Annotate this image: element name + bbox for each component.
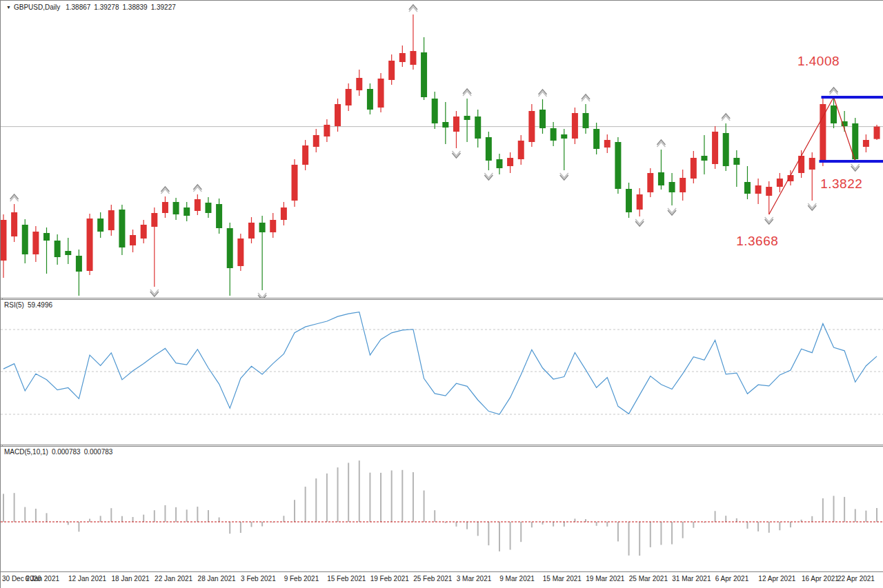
symbol-period-label: GBPUSD,Daily — [14, 3, 60, 11]
bull-candle — [378, 79, 384, 108]
macd-histogram-bar — [391, 470, 393, 522]
bull-candle — [637, 194, 643, 210]
macd-histogram-bar — [531, 522, 533, 527]
bull-candle — [237, 239, 244, 266]
bear-candle — [173, 202, 179, 214]
bull-candle — [679, 178, 686, 192]
macd-histogram-bar — [650, 522, 651, 547]
bear-candle — [593, 129, 599, 149]
macd-histogram-bar — [175, 507, 177, 522]
macd-histogram-bar — [564, 522, 565, 527]
bull-candle — [313, 135, 319, 147]
axis-date-label: 15 Feb 2021 — [327, 575, 366, 582]
macd-histogram-bar — [283, 516, 284, 522]
macd-panel: MACD(5,10,1)0.0007830.000783 — [1, 447, 883, 571]
axis-date-label: 28 Jan 2021 — [198, 575, 236, 582]
macd-histogram-bar — [46, 513, 48, 522]
price-chart-canvas[interactable] — [1, 1, 883, 298]
panel-separator[interactable] — [1, 298, 883, 298]
bull-candle — [141, 225, 147, 239]
macd-histogram-bar — [380, 473, 381, 522]
bull-candle — [335, 104, 341, 126]
macd-histogram-bar — [434, 510, 435, 522]
bear-candle — [119, 210, 125, 247]
resistance-price-label: 1.4008 — [797, 54, 840, 69]
macd-histogram-bar — [401, 470, 403, 522]
rsi-chart-canvas[interactable] — [1, 300, 883, 445]
macd-histogram-bar — [876, 508, 877, 522]
macd-histogram-bar — [89, 519, 90, 522]
bull-candle — [32, 232, 39, 254]
macd-histogram-bar — [606, 522, 608, 527]
bear-candle — [744, 182, 751, 194]
bull-candle — [572, 113, 578, 139]
bull-candle — [410, 51, 416, 65]
macd-histogram-bar — [682, 522, 684, 538]
bear-candle — [626, 189, 632, 212]
macd-histogram-bar — [811, 516, 813, 522]
macd-histogram-bar — [35, 509, 37, 522]
bear-candle — [831, 105, 837, 123]
macd-histogram-bar — [553, 522, 554, 527]
bear-candle — [464, 116, 470, 120]
macd-histogram-bar — [639, 522, 640, 556]
rsi-value: 59.4996 — [28, 301, 52, 309]
bear-candle — [205, 203, 211, 213]
bull-candle — [346, 89, 352, 105]
bear-candle — [227, 228, 233, 268]
symbol-dropdown-icon[interactable]: ▼ — [6, 5, 11, 10]
macd-histogram-bar — [693, 522, 694, 528]
bull-candle — [798, 156, 804, 173]
bull-candle — [162, 202, 168, 213]
macd-histogram-bar — [736, 518, 737, 522]
macd-histogram-bar — [865, 511, 866, 522]
bear-candle — [486, 137, 492, 161]
axis-date-label: 6 Jan 2021 — [26, 575, 60, 582]
bull-candle — [324, 125, 330, 136]
macd-histogram-bar — [671, 522, 673, 545]
axis-date-label: 18 Jan 2021 — [112, 575, 150, 582]
price-chart-panel: ▼GBPUSD,Daily1.388671.392781.388391.3922… — [1, 1, 883, 298]
macd-histogram-bar — [359, 460, 360, 522]
bull-candle — [528, 111, 535, 142]
macd-histogram-bar — [628, 522, 630, 556]
bull-candle — [777, 179, 783, 187]
macd-histogram-bar — [110, 508, 112, 522]
macd-histogram-bar — [240, 522, 241, 533]
macd-histogram-bar — [186, 509, 188, 522]
macd-histogram-bar — [3, 494, 4, 522]
axis-date-label: 22 Jan 2021 — [155, 575, 192, 582]
macd-histogram-bar — [229, 522, 230, 534]
axis-date-label: 3 Mar 2021 — [457, 575, 492, 582]
macd-histogram-bar — [78, 522, 79, 531]
bull-candle — [248, 223, 255, 239]
bull-candle — [399, 53, 406, 62]
axis-date-label: 19 Mar 2021 — [586, 575, 624, 582]
macd-histogram-bar — [757, 522, 759, 531]
macd-histogram-bar — [746, 522, 748, 529]
time-axis[interactable]: 30 Dec 20206 Jan 202112 Jan 202118 Jan 2… — [1, 572, 883, 588]
ohlc-high: 1.39278 — [94, 3, 119, 11]
macd-histogram-bar — [617, 522, 619, 541]
bear-candle — [76, 256, 82, 272]
macd-histogram-bar — [768, 522, 770, 533]
panel-separator[interactable] — [1, 445, 883, 445]
macd-histogram-bar — [844, 497, 845, 522]
bull-candle — [453, 116, 459, 132]
axis-date-label: 3 Feb 2021 — [241, 575, 276, 582]
macd-chart-canvas[interactable] — [1, 447, 883, 571]
axis-date-label: 6 Apr 2021 — [715, 575, 748, 582]
bull-candle — [87, 219, 93, 271]
bear-candle — [22, 225, 28, 254]
bull-candle — [302, 145, 308, 165]
chart-title: ▼GBPUSD,Daily1.388671.392781.388391.3922… — [6, 3, 179, 11]
bull-candle — [518, 141, 524, 159]
macd-histogram-bar — [164, 505, 166, 522]
macd-histogram-bar — [143, 515, 144, 522]
macd-histogram-bar — [294, 500, 295, 522]
macd-label: MACD(5,10,1)0.0007830.000783 — [4, 448, 116, 456]
bear-candle — [701, 156, 707, 161]
axis-date-label: 22 Apr 2021 — [837, 575, 875, 582]
axis-date-label: 9 Mar 2021 — [499, 575, 535, 582]
bear-candle — [216, 204, 222, 228]
